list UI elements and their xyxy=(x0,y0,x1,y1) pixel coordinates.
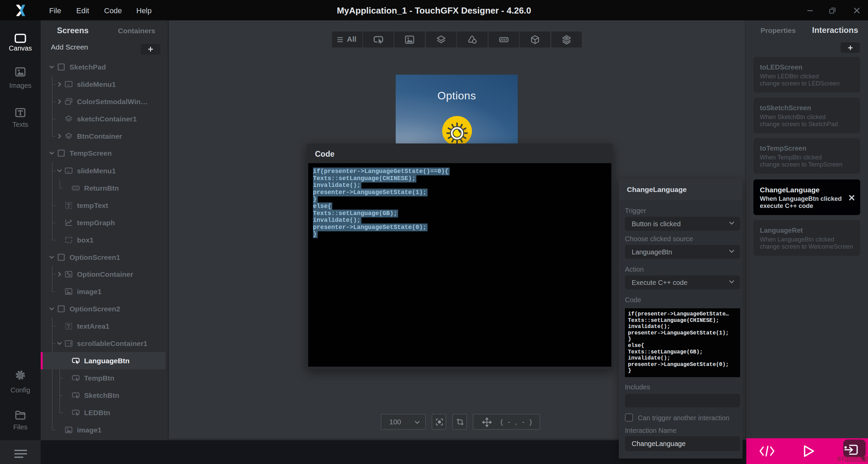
svg-text:ST: ST xyxy=(837,456,845,462)
